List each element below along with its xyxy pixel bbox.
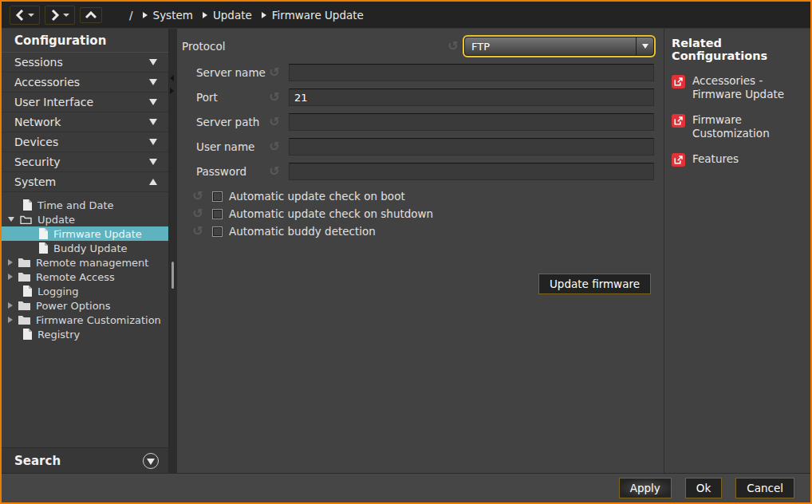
revert-icon[interactable]: ↺ [445, 40, 461, 53]
forward-button[interactable] [45, 6, 75, 25]
collapse-right-icon[interactable] [170, 88, 174, 94]
folder-open-icon [20, 215, 32, 224]
auto-update-shutdown-checkbox[interactable] [212, 209, 223, 219]
sidebar-item-devices[interactable]: Devices [2, 132, 168, 152]
protocol-dropdown[interactable]: FTP [464, 37, 654, 56]
page-icon [38, 242, 48, 254]
auto-update-boot-row: ↺ Automatic update check on boot [190, 187, 654, 205]
sidebar-title: Configuration [2, 29, 168, 53]
up-button[interactable] [80, 7, 102, 23]
sidebar-item-system[interactable]: System [2, 172, 168, 192]
tree-item-remote-access[interactable]: Remote Access [2, 270, 168, 284]
tree-item-logging[interactable]: Logging [2, 284, 168, 298]
chevron-up-icon [149, 179, 157, 185]
tree-item-firmware-update[interactable]: Firmware Update [2, 226, 168, 241]
sidebar-item-user-interface[interactable]: User Interface [2, 93, 168, 112]
collapse-left-icon[interactable] [170, 75, 174, 81]
breadcrumb-item-system[interactable]: System [143, 9, 193, 22]
tree-item-firmware-customization[interactable]: Firmware Customization [2, 313, 168, 327]
folder-icon [18, 315, 30, 325]
firmware-update-form: Protocol ↺ FTP Server name ↺ Port ↺ Serv… [177, 29, 664, 473]
auto-update-boot-checkbox[interactable] [212, 191, 223, 202]
sidebar-item-accessories[interactable]: Accessories [2, 73, 168, 93]
chevron-up-icon [85, 11, 97, 19]
tree-item-update[interactable]: Update [2, 212, 168, 226]
revert-icon[interactable]: ↺ [266, 165, 282, 178]
breadcrumb-toolbar: / System Update Firmware Update [2, 2, 810, 29]
chevron-down-icon [149, 139, 157, 145]
expand-search-icon[interactable] [143, 453, 159, 469]
revert-icon[interactable]: ↺ [266, 91, 282, 104]
update-firmware-button[interactable]: Update firmware [538, 274, 651, 294]
server-name-label: Server name [196, 66, 266, 79]
sidebar-splitter[interactable] [169, 29, 177, 473]
caret-right-icon[interactable] [8, 259, 13, 266]
breadcrumb-arrow-icon [203, 12, 207, 18]
cancel-button[interactable]: Cancel [735, 478, 794, 498]
related-configurations-panel: Related Configurations Accessories - Fir… [664, 29, 810, 473]
page-icon [38, 228, 48, 239]
tree-item-power-options[interactable]: Power Options [2, 298, 168, 313]
external-link-icon [672, 74, 685, 92]
caret-right-icon[interactable] [8, 302, 13, 309]
server-name-row: Server name ↺ [196, 64, 654, 81]
server-path-label: Server path [196, 116, 266, 128]
sidebar-item-sessions[interactable]: Sessions [2, 53, 168, 73]
folder-icon [18, 301, 30, 310]
protocol-label: Protocol [182, 40, 445, 53]
breadcrumb-item-firmware-update[interactable]: Firmware Update [262, 9, 364, 22]
chevron-down-icon [149, 59, 157, 65]
back-history-chevron-icon[interactable] [28, 14, 34, 17]
system-tree: Time and Date Update Firmware Update Bud… [2, 192, 168, 341]
breadcrumb-root[interactable]: / [129, 9, 133, 22]
related-item-features[interactable]: Features [672, 152, 806, 170]
sidebar-scrollbar-thumb[interactable] [171, 262, 174, 289]
breadcrumb-item-update[interactable]: Update [203, 9, 252, 22]
auto-update-boot-label: Automatic update check on boot [229, 190, 405, 203]
caret-right-icon[interactable] [8, 317, 13, 323]
protocol-value: FTP [465, 41, 636, 53]
dropdown-arrow-icon[interactable] [636, 37, 653, 55]
revert-icon[interactable]: ↺ [266, 116, 282, 128]
external-link-icon [672, 113, 685, 131]
password-input[interactable] [289, 163, 654, 180]
auto-update-shutdown-label: Automatic update check on shutdown [229, 207, 433, 220]
port-row: Port ↺ [196, 89, 654, 106]
sidebar-item-security[interactable]: Security [2, 152, 168, 172]
related-item-firmware-customization[interactable]: Firmware Customization [672, 113, 806, 140]
protocol-row: Protocol ↺ FTP [182, 36, 654, 57]
revert-icon[interactable]: ↺ [190, 207, 206, 220]
server-name-input[interactable] [289, 64, 654, 81]
tree-item-remote-management[interactable]: Remote management [2, 255, 168, 270]
dialog-footer: Apply Ok Cancel [2, 473, 810, 502]
auto-buddy-detection-checkbox[interactable] [212, 226, 223, 237]
ok-button[interactable]: Ok [685, 478, 722, 498]
sidebar-item-network[interactable]: Network [2, 112, 168, 132]
breadcrumb-arrow-icon [143, 12, 148, 18]
user-name-row: User name ↺ [196, 138, 654, 156]
chevron-down-icon [149, 79, 157, 85]
tree-item-buddy-update[interactable]: Buddy Update [2, 241, 168, 255]
server-path-input[interactable] [289, 113, 654, 131]
revert-icon[interactable]: ↺ [266, 140, 282, 153]
apply-button[interactable]: Apply [619, 478, 672, 498]
chevron-down-icon [149, 159, 157, 165]
breadcrumb: / System Update Firmware Update [129, 9, 364, 22]
port-input[interactable] [289, 89, 654, 106]
caret-down-icon[interactable] [8, 217, 14, 222]
page-icon [22, 329, 32, 340]
back-button[interactable] [10, 6, 40, 25]
caret-right-icon[interactable] [8, 274, 13, 280]
search-section[interactable]: Search [2, 447, 168, 473]
page-icon [22, 199, 32, 211]
related-item-accessories-firmware-update[interactable]: Accessories - Firmware Update [672, 74, 806, 101]
chevron-down-icon [149, 99, 157, 105]
user-name-input[interactable] [289, 138, 654, 156]
revert-icon[interactable]: ↺ [190, 190, 206, 203]
revert-icon[interactable]: ↺ [266, 66, 282, 79]
tree-item-registry[interactable]: Registry [2, 327, 168, 341]
revert-icon[interactable]: ↺ [190, 225, 206, 238]
forward-history-chevron-icon[interactable] [63, 14, 69, 17]
tree-item-time-and-date[interactable]: Time and Date [2, 198, 168, 212]
password-label: Password [196, 165, 266, 178]
